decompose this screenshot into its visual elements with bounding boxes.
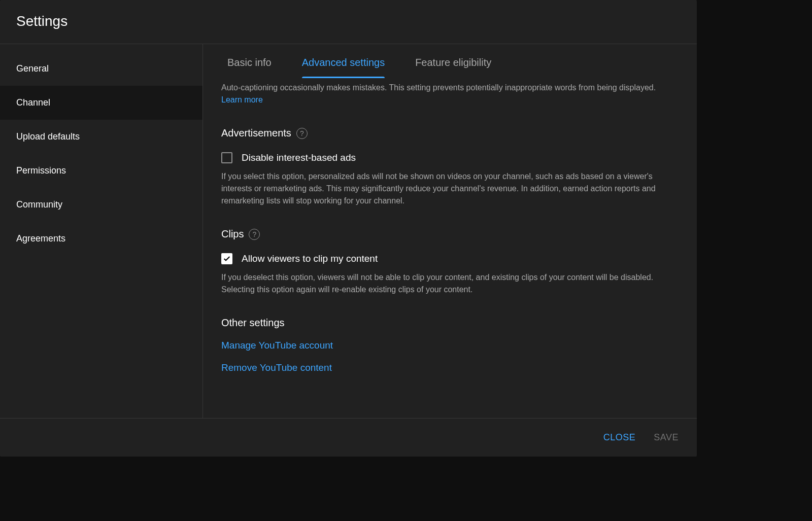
sidebar-item-label: Agreements [16, 233, 65, 244]
sidebar-item-community[interactable]: Community [0, 188, 202, 222]
other-settings-links: Manage YouTube account Remove YouTube co… [221, 340, 672, 373]
disable-interest-ads-checkbox[interactable] [221, 152, 232, 163]
clips-section: Clips ? Allow viewers to clip my content… [221, 228, 672, 296]
other-settings-section: Other settings Manage YouTube account Re… [221, 317, 672, 373]
dialog-footer: Close Save [0, 418, 697, 457]
disable-interest-ads-option[interactable]: Disable interest-based ads [221, 152, 672, 163]
sidebar-item-label: Upload defaults [16, 131, 80, 142]
autocaption-hint-text: Auto-captioning occasionally makes mista… [221, 83, 656, 92]
save-button: Save [654, 432, 679, 443]
advertisements-description: If you select this option, personalized … [221, 170, 672, 207]
tab-label: Basic info [227, 57, 272, 68]
clips-title: Clips [221, 228, 244, 240]
tab-bar: Basic info Advanced settings Feature eli… [203, 44, 697, 78]
remove-content-link[interactable]: Remove YouTube content [221, 362, 672, 373]
manage-account-link[interactable]: Manage YouTube account [221, 340, 672, 351]
sidebar-item-label: Permissions [16, 165, 66, 176]
section-title-row: Clips ? [221, 228, 672, 240]
sidebar-item-general[interactable]: General [0, 52, 202, 86]
dialog-title: Settings [16, 13, 681, 29]
sidebar-item-channel[interactable]: Channel [0, 86, 202, 120]
tab-label: Advanced settings [302, 57, 385, 68]
help-icon[interactable]: ? [249, 229, 260, 240]
disable-interest-ads-label: Disable interest-based ads [242, 152, 356, 163]
sidebar-item-agreements[interactable]: Agreements [0, 222, 202, 256]
allow-clips-label: Allow viewers to clip my content [242, 253, 378, 264]
sidebar-item-label: General [16, 63, 49, 74]
tab-label: Feature eligibility [415, 57, 491, 68]
dialog-header: Settings [0, 0, 697, 44]
dialog-body: General Channel Upload defaults Permissi… [0, 44, 697, 418]
tab-feature-eligibility[interactable]: Feature eligibility [415, 57, 491, 78]
learn-more-link[interactable]: Learn more [221, 95, 263, 104]
advertisements-section: Advertisements ? Disable interest-based … [221, 127, 672, 207]
section-title-row: Advertisements ? [221, 127, 672, 139]
checkmark-icon [223, 255, 231, 263]
settings-sidebar: General Channel Upload defaults Permissi… [0, 44, 203, 418]
autocaption-hint: Auto-captioning occasionally makes mista… [221, 82, 672, 106]
settings-scroll-area[interactable]: Auto-captioning occasionally makes mista… [203, 78, 697, 418]
allow-clips-option[interactable]: Allow viewers to clip my content [221, 253, 672, 264]
tab-advanced-settings[interactable]: Advanced settings [302, 57, 385, 78]
other-settings-title: Other settings [221, 317, 672, 329]
sidebar-item-label: Community [16, 199, 62, 210]
close-button[interactable]: Close [603, 432, 636, 443]
sidebar-item-permissions[interactable]: Permissions [0, 154, 202, 188]
settings-dialog: Settings General Channel Upload defaults… [0, 0, 697, 457]
settings-content: Basic info Advanced settings Feature eli… [203, 44, 697, 418]
clips-description: If you deselect this option, viewers wil… [221, 271, 672, 296]
advertisements-title: Advertisements [221, 127, 291, 139]
sidebar-item-label: Channel [16, 97, 50, 108]
allow-clips-checkbox[interactable] [221, 253, 232, 264]
help-icon[interactable]: ? [296, 128, 308, 139]
tab-basic-info[interactable]: Basic info [227, 57, 272, 78]
sidebar-item-upload-defaults[interactable]: Upload defaults [0, 120, 202, 154]
